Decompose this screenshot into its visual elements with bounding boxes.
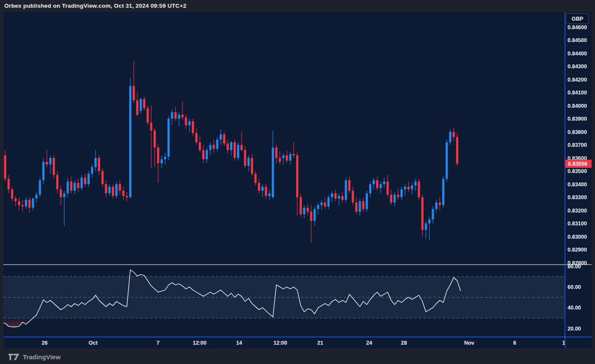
tradingview-attribution[interactable]: TradingView bbox=[9, 352, 61, 361]
candle-body bbox=[251, 158, 253, 174]
candle-body bbox=[293, 154, 295, 155]
candle-body bbox=[35, 194, 37, 198]
price-axis-label: 0.84100 bbox=[568, 90, 587, 96]
candle-body bbox=[307, 208, 309, 212]
price-axis-label: 0.83000 bbox=[568, 234, 587, 240]
candle-body bbox=[101, 171, 103, 185]
candle-body bbox=[60, 189, 62, 197]
price-axis-label: 0.83400 bbox=[568, 182, 587, 188]
candle-body bbox=[126, 196, 128, 197]
chart-area[interactable]: 0.846000.845000.844000.843000.842000.841… bbox=[3, 12, 592, 349]
price-axis-label: 0.83500 bbox=[568, 168, 587, 174]
candle-body bbox=[268, 193, 270, 196]
candle-body bbox=[56, 175, 58, 190]
tradingview-logo-icon bbox=[9, 353, 20, 361]
time-axis-label: 21 bbox=[317, 340, 323, 346]
candle-body bbox=[115, 184, 118, 196]
price-axis-label: 0.84400 bbox=[568, 51, 587, 57]
candle-body bbox=[112, 187, 114, 196]
candle-body bbox=[404, 187, 406, 189]
symbol-currency-button[interactable]: GBP bbox=[566, 13, 589, 24]
candle-body bbox=[303, 208, 305, 214]
candle-body bbox=[282, 155, 284, 158]
candle-body bbox=[446, 142, 448, 179]
candle-body bbox=[328, 197, 330, 206]
candle-body bbox=[11, 189, 13, 198]
candle-body bbox=[185, 117, 187, 125]
rsi-axis-label: 40.00 bbox=[568, 305, 581, 311]
chart-canvas[interactable]: 0.846000.845000.844000.843000.842000.841… bbox=[0, 0, 595, 364]
candle-body bbox=[230, 142, 232, 150]
price-axis-label: 0.84500 bbox=[568, 37, 587, 43]
candle-body bbox=[432, 209, 434, 219]
candle-body bbox=[188, 121, 191, 125]
candle-body bbox=[216, 140, 219, 149]
candle-body bbox=[341, 196, 343, 200]
candle-body bbox=[77, 183, 79, 188]
candle-body bbox=[32, 199, 34, 208]
candle-body bbox=[49, 158, 52, 164]
tradingview-logo-text: TradingView bbox=[23, 353, 61, 361]
candle-body bbox=[171, 112, 173, 118]
candle-body bbox=[244, 150, 246, 166]
candle-body bbox=[8, 179, 10, 189]
candle-body bbox=[279, 158, 281, 162]
candle-body bbox=[411, 185, 413, 189]
candle-body bbox=[192, 121, 194, 133]
candle-body bbox=[129, 86, 131, 197]
candle-body bbox=[261, 187, 264, 191]
candle-body bbox=[164, 157, 166, 159]
time-axis-label: 14 bbox=[236, 340, 242, 346]
candle-body bbox=[439, 203, 441, 205]
candle-body bbox=[220, 134, 222, 140]
time-axis-label: Oct bbox=[89, 340, 98, 346]
candle-body bbox=[442, 179, 444, 205]
candle-body bbox=[88, 174, 90, 184]
candle-body bbox=[70, 182, 72, 191]
candle-body bbox=[369, 184, 371, 193]
candle-body bbox=[272, 148, 274, 197]
candle-body bbox=[425, 224, 427, 230]
candle-body bbox=[310, 212, 312, 221]
time-axis-label: Nov bbox=[464, 340, 474, 346]
price-axis-label: 0.83900 bbox=[568, 116, 587, 122]
candle-body bbox=[379, 184, 382, 188]
candle-body bbox=[338, 196, 340, 198]
price-axis-label: 0.84600 bbox=[568, 24, 587, 30]
candle-body bbox=[317, 205, 319, 209]
candle-body bbox=[414, 182, 416, 185]
candle-body bbox=[359, 201, 361, 212]
candle-body bbox=[418, 182, 420, 197]
candle-body bbox=[275, 148, 277, 158]
candle-body bbox=[289, 154, 291, 161]
candle-body bbox=[296, 155, 298, 197]
candle-body bbox=[265, 187, 267, 196]
rsi-axis-label: 80.00 bbox=[568, 264, 581, 270]
candle-body bbox=[195, 133, 197, 142]
time-axis-label: 12:00 bbox=[193, 340, 206, 346]
rsi-axis-label: 60.00 bbox=[568, 284, 581, 290]
candle-body bbox=[119, 184, 121, 191]
candle-body bbox=[94, 158, 97, 167]
candle-body bbox=[122, 191, 124, 196]
candle-body bbox=[435, 203, 437, 209]
candle-body bbox=[182, 115, 184, 117]
candle-body bbox=[46, 162, 48, 164]
candle-body bbox=[456, 137, 458, 164]
candle-body bbox=[331, 193, 333, 197]
candle-body bbox=[345, 180, 347, 200]
candle-body bbox=[300, 197, 302, 215]
candle-body bbox=[237, 145, 239, 158]
candle-body bbox=[28, 200, 30, 208]
candle-body bbox=[321, 203, 323, 205]
price-axis-label: 0.83200 bbox=[568, 208, 587, 214]
candle-body bbox=[147, 108, 149, 123]
candle-body bbox=[4, 155, 6, 179]
candle-body bbox=[240, 145, 243, 150]
candle-body bbox=[98, 158, 100, 171]
candle-body bbox=[376, 180, 378, 188]
candle-body bbox=[383, 182, 385, 184]
candle-body bbox=[25, 200, 27, 206]
price-axis-label: 0.83300 bbox=[568, 194, 587, 200]
candle-body bbox=[53, 158, 55, 175]
